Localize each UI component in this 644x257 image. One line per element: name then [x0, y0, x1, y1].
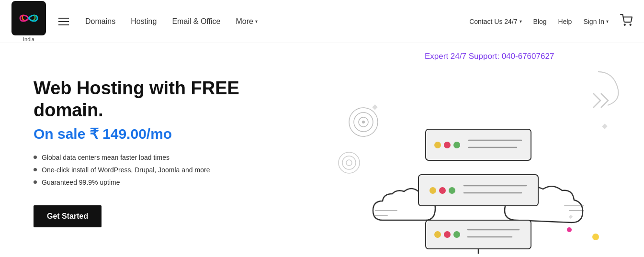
nav-contact[interactable]: Contact Us 24/7 ▾ — [469, 18, 521, 25]
nav-domains[interactable]: Domains — [85, 17, 115, 26]
hero-section: Web Hosting with FREE domain. On sale ₹ … — [0, 43, 335, 257]
primary-nav: Domains Hosting Email & Office More ▾ — [85, 17, 469, 26]
hero-title: Web Hosting with FREE domain. — [34, 78, 306, 121]
logo-icon — [17, 7, 40, 30]
svg-point-21 — [453, 142, 460, 148]
logo-box[interactable] — [11, 1, 46, 35]
svg-rect-24 — [418, 175, 538, 206]
get-started-button[interactable]: Get Started — [34, 205, 102, 227]
signin-chevron-icon: ▾ — [606, 19, 609, 24]
bullet-icon — [34, 168, 37, 171]
svg-point-6 — [339, 152, 360, 173]
hero-price: On sale ₹ 149.00/mo — [34, 125, 306, 142]
header: India Domains Hosting Email & Office Mor… — [0, 0, 644, 43]
nav-help[interactable]: Help — [558, 18, 572, 25]
svg-point-26 — [439, 187, 446, 194]
secondary-nav: Contact Us 24/7 ▾ Blog Help Sign In ▾ — [469, 14, 633, 29]
svg-point-0 — [624, 24, 625, 25]
features-list: Global data centers mean faster load tim… — [34, 154, 306, 191]
svg-point-5 — [362, 121, 365, 123]
svg-point-1 — [630, 24, 631, 25]
contact-chevron-icon: ▾ — [520, 19, 522, 24]
hero-illustration — [335, 67, 632, 254]
hamburger-menu[interactable] — [56, 15, 72, 28]
svg-rect-13 — [569, 215, 573, 219]
svg-point-19 — [434, 142, 441, 148]
svg-point-25 — [429, 187, 436, 194]
illustration-section: Expert 24/7 Support: 040-67607627 — [335, 43, 644, 257]
svg-rect-18 — [426, 129, 531, 160]
bullet-icon — [34, 180, 37, 184]
list-item: Global data centers mean faster load tim… — [34, 154, 306, 161]
nav-more[interactable]: More ▾ — [236, 17, 257, 26]
svg-point-20 — [444, 142, 451, 148]
nav-signin[interactable]: Sign In ▾ — [583, 18, 609, 25]
nav-blog[interactable]: Blog — [533, 18, 547, 25]
nav-hosting[interactable]: Hosting — [131, 17, 157, 26]
list-item: One-click install of WordPress, Drupal, … — [34, 166, 306, 174]
svg-point-12 — [592, 234, 599, 240]
svg-rect-9 — [373, 104, 378, 110]
svg-point-7 — [342, 156, 356, 169]
cart-icon[interactable] — [620, 14, 633, 29]
svg-point-27 — [449, 187, 455, 194]
svg-point-33 — [453, 231, 460, 238]
svg-point-32 — [444, 231, 451, 238]
nav-email-office[interactable]: Email & Office — [172, 17, 220, 26]
logo-area: India — [11, 1, 46, 42]
support-text: Expert 24/7 Support: 040-67607627 — [425, 52, 554, 61]
svg-point-8 — [346, 160, 352, 166]
svg-point-11 — [567, 227, 572, 232]
svg-rect-10 — [602, 123, 608, 129]
svg-point-31 — [434, 231, 441, 238]
more-chevron-icon: ▾ — [255, 19, 258, 24]
bullet-icon — [34, 156, 37, 159]
main-content: Web Hosting with FREE domain. On sale ₹ … — [0, 43, 644, 257]
list-item: Guaranteed 99.9% uptime — [34, 179, 306, 186]
svg-rect-30 — [426, 220, 531, 249]
logo-label: India — [23, 36, 34, 42]
